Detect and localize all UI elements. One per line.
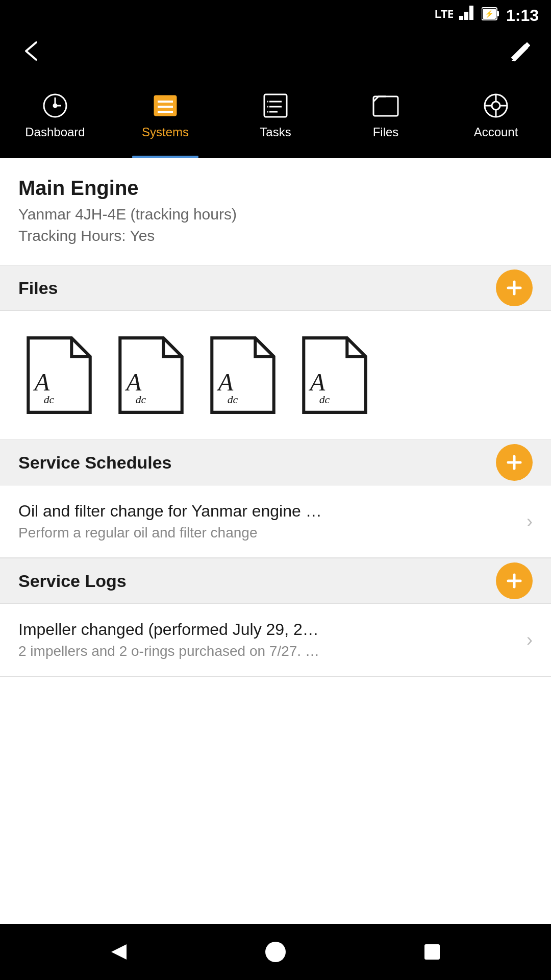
- files-section-title: Files: [18, 278, 58, 298]
- svg-rect-5: [497, 11, 499, 16]
- svg-text:A: A: [124, 369, 141, 396]
- android-nav-bar: [0, 924, 551, 980]
- nav-bar: Dashboard Systems Tasks Files: [0, 77, 551, 158]
- engine-subtitle: Yanmar 4JH-4E (tracking hours): [18, 206, 533, 223]
- status-time: 1:13: [506, 6, 539, 25]
- nav-label-systems: Systems: [142, 125, 189, 139]
- chevron-right-icon: ›: [527, 629, 533, 651]
- svg-marker-3: [469, 6, 473, 20]
- list-item[interactable]: A dc: [294, 329, 375, 421]
- svg-point-12: [54, 104, 57, 107]
- engine-tracking: Tracking Hours: Yes: [18, 227, 533, 244]
- log-item-subtitle: 2 impellers and 2 o-rings purchased on 7…: [18, 643, 516, 659]
- schedule-item-content: Oil and filter change for Yanmar engine …: [18, 502, 516, 541]
- service-logs-title: Service Logs: [18, 571, 127, 591]
- content-spacer: [0, 677, 551, 924]
- sidebar-item-systems[interactable]: Systems: [110, 77, 220, 158]
- service-schedules-title: Service Schedules: [18, 453, 172, 473]
- svg-text:dc: dc: [228, 394, 238, 406]
- svg-text:A: A: [308, 369, 325, 396]
- svg-rect-17: [264, 94, 287, 117]
- back-button[interactable]: [18, 38, 44, 69]
- android-recents-button[interactable]: [419, 939, 445, 965]
- android-back-button[interactable]: [106, 939, 132, 965]
- svg-text:A: A: [33, 369, 49, 396]
- log-list-item[interactable]: Impeller changed (performed July 29, 2… …: [0, 604, 551, 676]
- network-icon: LTE: [435, 5, 453, 27]
- svg-text:⚡: ⚡: [485, 10, 494, 18]
- add-file-button[interactable]: [496, 270, 533, 306]
- log-item-title: Impeller changed (performed July 29, 2…: [18, 620, 516, 639]
- svg-rect-47: [424, 944, 440, 960]
- engine-info: Main Engine Yanmar 4JH-4E (tracking hour…: [0, 158, 551, 265]
- status-icons: LTE ⚡ 1:13: [435, 5, 539, 27]
- chevron-right-icon: ›: [527, 511, 533, 532]
- status-bar: LTE ⚡ 1:13: [0, 0, 551, 31]
- sidebar-item-tasks[interactable]: Tasks: [220, 77, 331, 158]
- svg-text:dc: dc: [319, 394, 330, 406]
- log-item-content: Impeller changed (performed July 29, 2… …: [18, 620, 516, 659]
- battery-icon: ⚡: [482, 6, 500, 26]
- schedule-item-subtitle: Perform a regular oil and filter change: [18, 525, 516, 541]
- list-item[interactable]: A dc: [110, 329, 192, 421]
- nav-label-account: Account: [474, 125, 518, 139]
- svg-text:dc: dc: [44, 394, 55, 406]
- nav-label-files: Files: [373, 125, 399, 139]
- svg-point-26: [492, 102, 500, 110]
- svg-text:LTE: LTE: [435, 8, 453, 20]
- service-schedules-section-header: Service Schedules: [0, 439, 551, 485]
- action-bar: [0, 31, 551, 77]
- nav-label-tasks: Tasks: [260, 125, 291, 139]
- svg-marker-2: [464, 12, 468, 20]
- svg-marker-1: [459, 16, 463, 20]
- engine-title: Main Engine: [18, 177, 533, 200]
- svg-point-46: [265, 942, 286, 962]
- add-log-button[interactable]: [496, 562, 533, 599]
- schedule-list-item[interactable]: Oil and filter change for Yanmar engine …: [0, 485, 551, 558]
- list-item[interactable]: A dc: [202, 329, 284, 421]
- list-item[interactable]: A dc: [18, 329, 100, 421]
- files-section-header: Files: [0, 265, 551, 311]
- nav-label-dashboard: Dashboard: [25, 125, 85, 139]
- signal-icon: [459, 6, 475, 26]
- sidebar-item-account[interactable]: Account: [441, 77, 551, 158]
- sidebar-item-files[interactable]: Files: [331, 77, 441, 158]
- svg-text:dc: dc: [136, 394, 146, 406]
- main-content: Main Engine Yanmar 4JH-4E (tracking hour…: [0, 158, 551, 924]
- svg-marker-45: [111, 944, 127, 960]
- sidebar-item-dashboard[interactable]: Dashboard: [0, 77, 110, 158]
- edit-button[interactable]: [509, 40, 533, 68]
- android-home-button[interactable]: [263, 939, 288, 965]
- files-grid: A dc A dc A dc: [0, 311, 551, 439]
- service-logs-section-header: Service Logs: [0, 558, 551, 604]
- add-schedule-button[interactable]: [496, 444, 533, 481]
- schedule-item-title: Oil and filter change for Yanmar engine …: [18, 502, 516, 521]
- svg-rect-24: [373, 96, 398, 116]
- svg-text:A: A: [216, 369, 233, 396]
